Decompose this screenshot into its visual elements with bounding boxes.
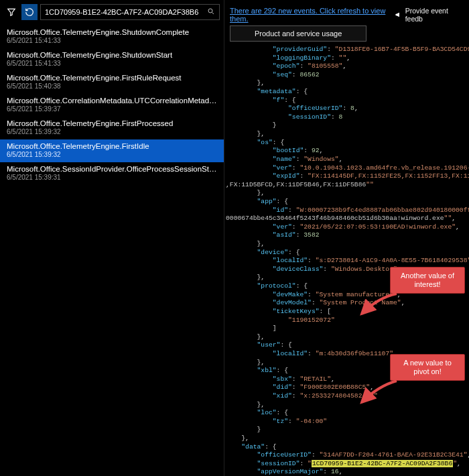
- event-item[interactable]: Microsoft.Office.TelemetryEngine.FirstId…: [0, 139, 224, 162]
- event-title: Microsoft.Office.TelemetryEngine.FirstRu…: [7, 74, 217, 82]
- search-box[interactable]: [40, 4, 220, 20]
- search-input[interactable]: [45, 8, 204, 16]
- top-bar: There are 292 new events. Click refresh …: [224, 0, 469, 25]
- event-timestamp: 6/5/2021 15:40:38: [7, 82, 217, 90]
- detail-pane: There are 292 new events. Click refresh …: [224, 0, 469, 476]
- event-item[interactable]: Microsoft.Office.SessionIdProvider.Offic…: [0, 162, 224, 185]
- event-title: Microsoft.Office.SessionIdProvider.Offic…: [7, 165, 217, 173]
- callout-pivot: A new value to pivot on!: [390, 354, 465, 381]
- event-timestamp: 6/5/2021 15:39:31: [7, 174, 217, 181]
- tab-product-usage[interactable]: Product and service usage: [230, 25, 366, 42]
- search-icon[interactable]: [207, 7, 215, 17]
- event-title: Microsoft.Office.TelemetryEngine.Shutdow…: [7, 51, 217, 59]
- refresh-button[interactable]: [21, 4, 38, 20]
- event-item[interactable]: Microsoft.Office.CorrelationMetadata.UTC…: [0, 94, 224, 117]
- event-title: Microsoft.Office.TelemetryEngine.FirstPr…: [7, 119, 217, 127]
- event-title: Microsoft.Office.TelemetryEngine.FirstId…: [7, 142, 217, 150]
- feedback-label: Provide event feedb: [405, 7, 464, 23]
- event-title: Microsoft.Office.TelemetryEngine.Shutdow…: [7, 28, 217, 36]
- json-viewer[interactable]: "providerGuid": "D1318FE0-16B7-4F5B-B5F9…: [224, 46, 469, 476]
- event-timestamp: 6/5/2021 15:41:33: [7, 60, 217, 67]
- event-timestamp: 6/5/2021 15:39:37: [7, 105, 217, 113]
- event-item[interactable]: Microsoft.Office.TelemetryEngine.FirstRu…: [0, 71, 224, 94]
- event-timestamp: 6/5/2021 15:39:32: [7, 128, 217, 135]
- megaphone-icon: [395, 11, 402, 19]
- tab-row: Product and service usage: [224, 25, 469, 46]
- callout-interest: Another value of interest!: [390, 267, 465, 294]
- svg-point-0: [208, 9, 212, 13]
- refresh-link[interactable]: There are 292 new events. Click refresh …: [230, 7, 395, 23]
- arrow-icon: [358, 378, 398, 405]
- event-timestamp: 6/5/2021 15:41:33: [7, 37, 217, 44]
- search-row: [0, 0, 224, 25]
- filter-icon[interactable]: [4, 5, 19, 19]
- event-timestamp: 6/5/2021 15:39:32: [7, 151, 217, 158]
- event-title: Microsoft.Office.CorrelationMetadata.UTC…: [7, 97, 217, 105]
- arrow-icon: [358, 291, 398, 318]
- feedback-link[interactable]: Provide event feedb: [395, 7, 464, 23]
- event-item[interactable]: Microsoft.Office.TelemetryEngine.FirstPr…: [0, 117, 224, 139]
- event-item[interactable]: Microsoft.Office.TelemetryEngine.Shutdow…: [0, 25, 224, 48]
- event-item[interactable]: Microsoft.Office.TelemetryEngine.Shutdow…: [0, 48, 224, 71]
- event-list: Microsoft.Office.TelemetryEngine.Shutdow…: [0, 25, 224, 185]
- event-list-pane: Microsoft.Office.TelemetryEngine.Shutdow…: [0, 0, 224, 476]
